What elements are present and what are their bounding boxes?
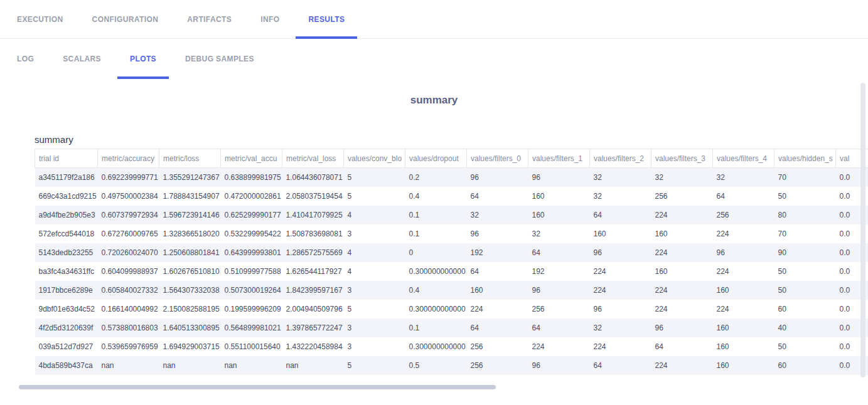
- table-cell: a3451179f2a186: [35, 168, 98, 187]
- table-cell: 0.510999977588: [221, 262, 282, 281]
- table-cell: 224: [651, 300, 713, 318]
- summary-table-plot: summary trial idmetric/accuracymetric/lo…: [35, 134, 868, 389]
- vertical-scrollbar[interactable]: [860, 83, 865, 377]
- table-cell: 0.643999993801: [221, 243, 282, 262]
- table-row: 1917bbce6289e0.6058400273321.56430733203…: [35, 281, 868, 300]
- subtab-log[interactable]: LOG: [4, 39, 46, 79]
- table-cell: 2.058037519454: [282, 187, 344, 206]
- table-cell: 0.497500002384: [98, 187, 159, 206]
- table-cell: 1.694929003715: [159, 337, 221, 356]
- table-cell: nan: [221, 356, 282, 375]
- horizontal-scrollbar[interactable]: [19, 385, 496, 389]
- table-cell: 3: [344, 224, 405, 243]
- table-cell: 64: [528, 243, 590, 262]
- table-cell: 96: [590, 243, 651, 262]
- table-cell: 1.788843154907: [159, 187, 221, 206]
- table-cell: 256: [713, 206, 774, 224]
- table-cell: 80: [774, 206, 836, 224]
- table-cell: 50: [774, 187, 836, 206]
- table-cell: 0.573880016803: [98, 318, 159, 337]
- table-cell: 64: [528, 318, 590, 337]
- table-cell: 70: [774, 168, 836, 187]
- column-header: metric/loss: [159, 149, 221, 168]
- table-cell: 224: [528, 337, 590, 356]
- table-cell: 96: [713, 243, 774, 262]
- table-cell: 32: [590, 318, 651, 337]
- summary-table: trial idmetric/accuracymetric/lossmetric…: [35, 149, 868, 375]
- column-header: values/conv_blo: [344, 149, 405, 168]
- table-cell: 224: [713, 300, 774, 318]
- table-cell: 1.397865772247: [282, 318, 344, 337]
- table-cell: 0.199599996209: [221, 300, 282, 318]
- table-cell: 64: [467, 262, 528, 281]
- table-cell: 1.410417079925: [282, 206, 344, 224]
- table-cell: 40: [774, 318, 836, 337]
- table-cell: 1.602676510810: [159, 262, 221, 281]
- column-header: values/hidden_s: [774, 149, 836, 168]
- table-cell: 160: [528, 206, 590, 224]
- table-cell: 224: [467, 300, 528, 318]
- table-cell: 9dbf01e63d4c52: [35, 300, 98, 318]
- table-cell: 1.596723914146: [159, 206, 221, 224]
- table-cell: 224: [651, 243, 713, 262]
- table-cell: 32: [713, 168, 774, 187]
- table-cell: 50: [774, 262, 836, 281]
- table-cell: 160: [713, 281, 774, 300]
- tab-info[interactable]: INFO: [248, 0, 292, 38]
- table-cell: 160: [713, 318, 774, 337]
- table-row: 9dbf01e63d4c520.1661400049922.1500825881…: [35, 300, 868, 318]
- column-header: values/dropout: [405, 149, 467, 168]
- table-cell: nan: [98, 356, 159, 375]
- table-cell: 0.604099988937: [98, 262, 159, 281]
- table-cell: nan: [159, 356, 221, 375]
- table-cell: 0.638899981975: [221, 168, 282, 187]
- table-cell: 0.551100015640: [221, 337, 282, 356]
- table-cell: 160: [528, 187, 590, 206]
- table-row: 4f2d5d3120639f0.5738800168031.6405133008…: [35, 318, 868, 337]
- table-cell: 50: [774, 281, 836, 300]
- subtab-plots[interactable]: PLOTS: [117, 39, 169, 79]
- table-cell: 1.064436078071: [282, 168, 344, 187]
- table-cell: 192: [467, 243, 528, 262]
- column-header: metric/accuracy: [98, 149, 159, 168]
- table-viewport: trial idmetric/accuracymetric/lossmetric…: [35, 149, 868, 375]
- subtab-scalars[interactable]: SCALARS: [50, 39, 114, 79]
- table-cell: 4f2d5d3120639f: [35, 318, 98, 337]
- table-cell: a9d4fbe2b905e3: [35, 206, 98, 224]
- table-row: 572efccd5440180.6727600097651.3283665180…: [35, 224, 868, 243]
- table-cell: 5: [344, 187, 405, 206]
- table-cell: 256: [651, 187, 713, 206]
- table-cell: 669c43a1cd9215: [35, 187, 98, 206]
- table-cell: 32: [467, 206, 528, 224]
- table-cell: 2.150082588195: [159, 300, 221, 318]
- table-cell: 1.508783698081: [282, 224, 344, 243]
- table-cell: 64: [590, 206, 651, 224]
- results-subtabbar: LOGSCALARSPLOTSDEBUG SAMPLES: [0, 39, 868, 79]
- table-cell: 5: [344, 168, 405, 187]
- table-cell: 0.532299995422: [221, 224, 282, 243]
- table-cell: 1.355291247367: [159, 168, 221, 187]
- table-cell: ba3fc4a34631ffc: [35, 262, 98, 281]
- table-cell: 224: [590, 262, 651, 281]
- table-cell: 0.4: [405, 281, 467, 300]
- table-cell: 224: [713, 262, 774, 281]
- table-cell: 32: [651, 168, 713, 187]
- table-row: 5143dedb232550.7202600240701.25060880184…: [35, 243, 868, 262]
- table-cell: 3: [344, 337, 405, 356]
- table-cell: 96: [467, 168, 528, 187]
- plot-title: summary: [0, 79, 868, 107]
- plots-panel: summary summary trial idmetric/accuracym…: [0, 79, 868, 405]
- tab-configuration[interactable]: CONFIGURATION: [80, 0, 171, 38]
- table-cell: 3: [344, 281, 405, 300]
- table-cell: 160: [651, 224, 713, 243]
- table-cell: 64: [713, 187, 774, 206]
- tab-results[interactable]: RESULTS: [296, 0, 357, 38]
- tab-execution[interactable]: EXECUTION: [4, 0, 76, 38]
- table-cell: 32: [590, 187, 651, 206]
- table-cell: 5143dedb23255: [35, 243, 98, 262]
- tab-artifacts[interactable]: ARTIFACTS: [174, 0, 244, 38]
- table-cell: 60: [774, 300, 836, 318]
- table-cell: 64: [651, 337, 713, 356]
- subtab-debug-samples[interactable]: DEBUG SAMPLES: [173, 39, 267, 79]
- table-cell: 160: [590, 224, 651, 243]
